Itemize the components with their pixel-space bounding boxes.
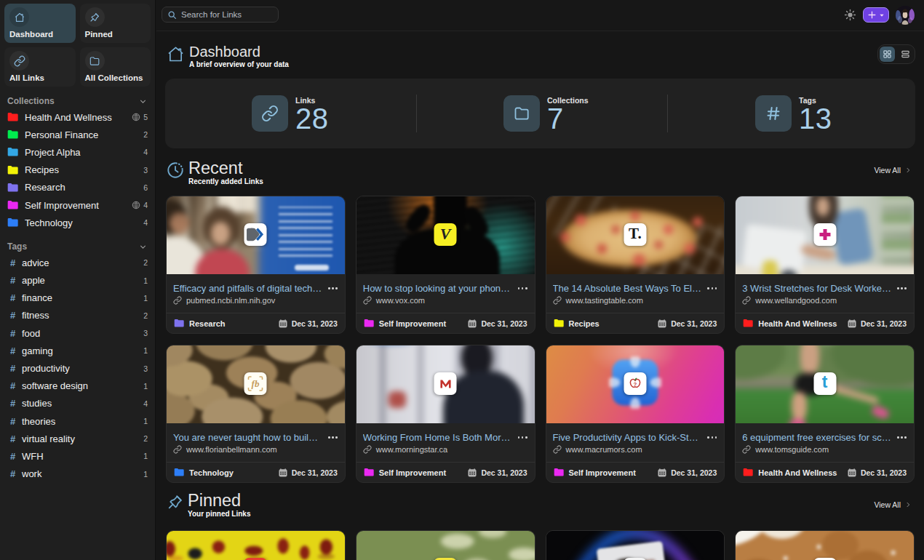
svg-text:?: ? — [633, 381, 637, 388]
svg-text:fb: fb — [252, 378, 260, 389]
